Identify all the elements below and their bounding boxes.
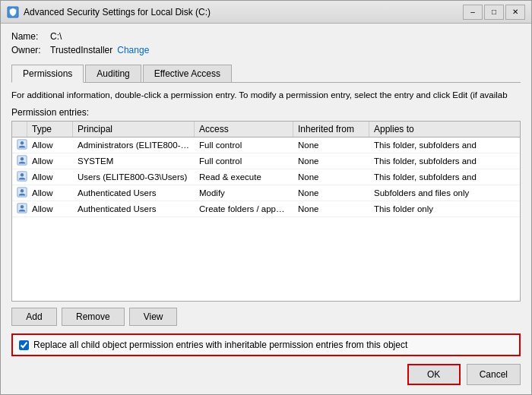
owner-label: Owner: bbox=[11, 45, 46, 55]
col-inherited: Inherited from bbox=[293, 122, 369, 137]
row-type: Allow bbox=[27, 187, 73, 199]
row-access: Create folders / appen... bbox=[195, 203, 293, 215]
section-label: Permission entries: bbox=[11, 107, 521, 118]
svg-point-6 bbox=[21, 173, 24, 176]
row-type: Allow bbox=[27, 171, 73, 183]
name-value: C:\ bbox=[50, 31, 62, 42]
row-type: Allow bbox=[27, 203, 73, 215]
row-principal: Authenticated Users bbox=[73, 187, 195, 199]
name-label: Name: bbox=[11, 31, 46, 42]
col-icon bbox=[12, 122, 27, 137]
col-access: Access bbox=[195, 122, 293, 137]
row-principal: Users (ELITE800-G3\Users) bbox=[73, 171, 195, 183]
tab-auditing[interactable]: Auditing bbox=[85, 65, 141, 82]
row-icon bbox=[12, 153, 27, 169]
minimize-button[interactable]: – bbox=[463, 5, 483, 20]
window-title: Advanced Security Settings for Local Dis… bbox=[24, 7, 211, 17]
col-applies: Applies to bbox=[369, 122, 520, 137]
row-applies: This folder only bbox=[369, 203, 520, 215]
row-applies: Subfolders and files only bbox=[369, 187, 520, 199]
ok-button[interactable]: OK bbox=[407, 364, 461, 385]
action-buttons: Add Remove View bbox=[11, 308, 521, 326]
row-icon bbox=[12, 185, 27, 201]
replace-checkbox-row: Replace all child object permission entr… bbox=[11, 333, 521, 356]
table-row[interactable]: Allow SYSTEM Full control None This fold… bbox=[12, 153, 520, 169]
cancel-button[interactable]: Cancel bbox=[467, 364, 521, 385]
row-principal: Administrators (ELITE800-G3\... bbox=[73, 139, 195, 151]
advanced-security-window: Advanced Security Settings for Local Dis… bbox=[0, 0, 532, 395]
change-link[interactable]: Change bbox=[117, 45, 149, 55]
row-icon bbox=[12, 169, 27, 185]
row-inherited: None bbox=[293, 171, 369, 183]
table-row[interactable]: Allow Users (ELITE800-G3\Users) Read & e… bbox=[12, 169, 520, 185]
row-icon bbox=[12, 201, 27, 216]
name-row: Name: C:\ bbox=[11, 31, 521, 42]
window-icon bbox=[7, 6, 19, 18]
row-access: Full control bbox=[195, 155, 293, 167]
maximize-button[interactable]: □ bbox=[484, 5, 504, 20]
close-button[interactable]: ✕ bbox=[505, 5, 525, 20]
permissions-table: Type Principal Access Inherited from App… bbox=[11, 121, 521, 302]
content-area: Name: C:\ Owner: TrustedInstaller Change… bbox=[1, 24, 531, 394]
row-applies: This folder, subfolders and bbox=[369, 155, 520, 167]
row-inherited: None bbox=[293, 155, 369, 167]
svg-point-8 bbox=[21, 189, 24, 192]
svg-point-10 bbox=[21, 205, 24, 208]
title-buttons: – □ ✕ bbox=[463, 5, 525, 20]
svg-point-4 bbox=[21, 157, 24, 160]
tab-effective-access[interactable]: Effective Access bbox=[143, 65, 232, 82]
row-access: Read & execute bbox=[195, 171, 293, 183]
title-bar-left: Advanced Security Settings for Local Dis… bbox=[7, 6, 211, 18]
title-bar: Advanced Security Settings for Local Dis… bbox=[1, 1, 531, 24]
tab-permissions[interactable]: Permissions bbox=[11, 65, 84, 83]
row-principal: SYSTEM bbox=[73, 155, 195, 167]
table-header: Type Principal Access Inherited from App… bbox=[12, 122, 520, 137]
table-row[interactable]: Allow Administrators (ELITE800-G3\... Fu… bbox=[12, 137, 520, 153]
info-text: For additional information, double-click… bbox=[11, 89, 521, 101]
svg-point-2 bbox=[21, 141, 24, 144]
remove-button[interactable]: Remove bbox=[62, 308, 125, 326]
table-row[interactable]: Allow Authenticated Users Create folders… bbox=[12, 201, 520, 217]
replace-checkbox-label: Replace all child object permission entr… bbox=[33, 340, 407, 350]
row-principal: Authenticated Users bbox=[73, 203, 195, 215]
replace-checkbox[interactable] bbox=[19, 340, 29, 350]
row-access: Modify bbox=[195, 187, 293, 199]
table-body: Allow Administrators (ELITE800-G3\... Fu… bbox=[12, 137, 520, 217]
row-inherited: None bbox=[293, 139, 369, 151]
row-inherited: None bbox=[293, 203, 369, 215]
row-inherited: None bbox=[293, 187, 369, 199]
col-type: Type bbox=[27, 122, 73, 137]
add-button[interactable]: Add bbox=[11, 308, 57, 326]
row-type: Allow bbox=[27, 139, 73, 151]
owner-row: Owner: TrustedInstaller Change bbox=[11, 45, 521, 55]
row-applies: This folder, subfolders and bbox=[369, 139, 520, 151]
bottom-buttons: OK Cancel bbox=[11, 364, 521, 387]
row-access: Full control bbox=[195, 139, 293, 151]
row-icon bbox=[12, 137, 27, 153]
view-button[interactable]: View bbox=[129, 308, 178, 326]
row-type: Allow bbox=[27, 155, 73, 167]
row-applies: This folder, subfolders and bbox=[369, 171, 520, 183]
owner-value: TrustedInstaller bbox=[50, 45, 112, 55]
col-principal: Principal bbox=[73, 122, 195, 137]
table-row[interactable]: Allow Authenticated Users Modify None Su… bbox=[12, 185, 520, 201]
tab-bar: Permissions Auditing Effective Access bbox=[11, 65, 521, 83]
